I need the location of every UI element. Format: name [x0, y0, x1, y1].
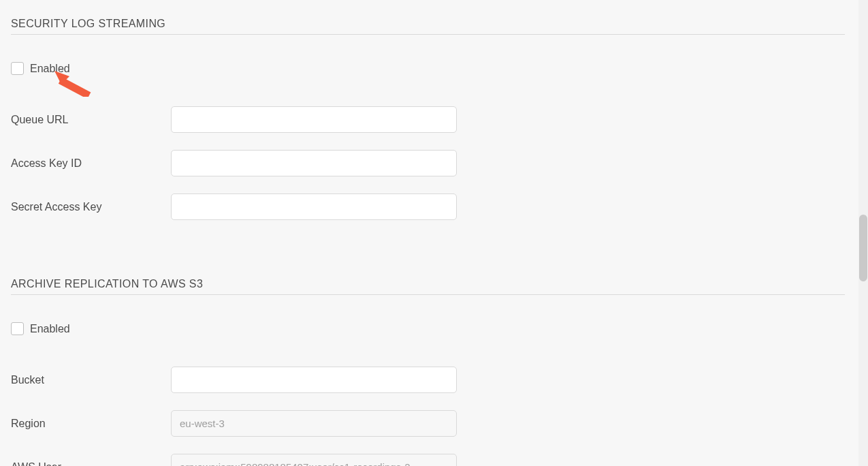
- access-key-id-row: Access Key ID: [11, 150, 845, 176]
- secret-access-key-label: Secret Access Key: [11, 201, 171, 213]
- bucket-label: Bucket: [11, 374, 171, 386]
- section-divider: [11, 34, 845, 35]
- archive-enabled-checkbox[interactable]: [11, 322, 24, 335]
- queue-url-row: Queue URL: [11, 106, 845, 133]
- archive-enabled-label: Enabled: [30, 323, 70, 335]
- section-title-security-log: SECURITY LOG STREAMING: [11, 18, 845, 30]
- region-input: [171, 410, 457, 437]
- secret-access-key-input[interactable]: [171, 193, 457, 220]
- access-key-id-label: Access Key ID: [11, 157, 171, 170]
- bucket-row: Bucket: [11, 367, 845, 393]
- aws-user-label: AWS User: [11, 461, 171, 467]
- queue-url-input[interactable]: [171, 106, 457, 133]
- archive-enabled-row[interactable]: Enabled: [11, 322, 845, 335]
- aws-user-row: AWS User: [11, 454, 845, 466]
- secret-access-key-row: Secret Access Key: [11, 193, 845, 220]
- settings-content: SECURITY LOG STREAMING Enabled Queue URL…: [0, 0, 858, 466]
- security-log-enabled-row[interactable]: Enabled: [11, 62, 845, 75]
- security-log-enabled-label: Enabled: [30, 63, 70, 75]
- security-log-enabled-checkbox[interactable]: [11, 62, 24, 75]
- section-title-archive-replication: ARCHIVE REPLICATION TO AWS S3: [11, 278, 845, 290]
- scrollbar-track[interactable]: [858, 0, 868, 466]
- section-divider: [11, 294, 845, 295]
- region-label: Region: [11, 418, 171, 430]
- queue-url-label: Queue URL: [11, 114, 171, 126]
- bucket-input[interactable]: [171, 367, 457, 393]
- aws-user-input: [171, 454, 457, 466]
- scrollbar-thumb[interactable]: [859, 215, 867, 281]
- region-row: Region: [11, 410, 845, 437]
- access-key-id-input[interactable]: [171, 150, 457, 176]
